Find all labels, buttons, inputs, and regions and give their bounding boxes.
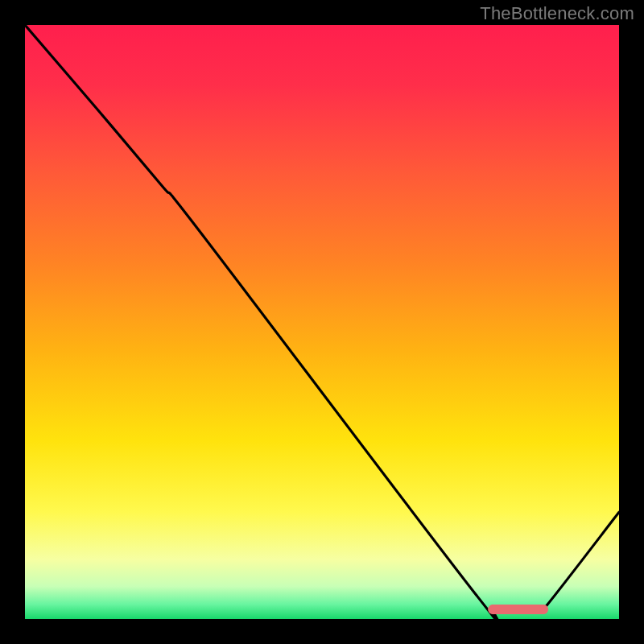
optimal-range-marker xyxy=(489,605,548,614)
watermark-text: TheBottleneck.com xyxy=(480,3,634,24)
plot-area xyxy=(25,25,619,619)
gradient-background xyxy=(25,25,619,619)
chart-frame: TheBottleneck.com xyxy=(0,0,644,644)
svg-rect-0 xyxy=(25,25,619,619)
